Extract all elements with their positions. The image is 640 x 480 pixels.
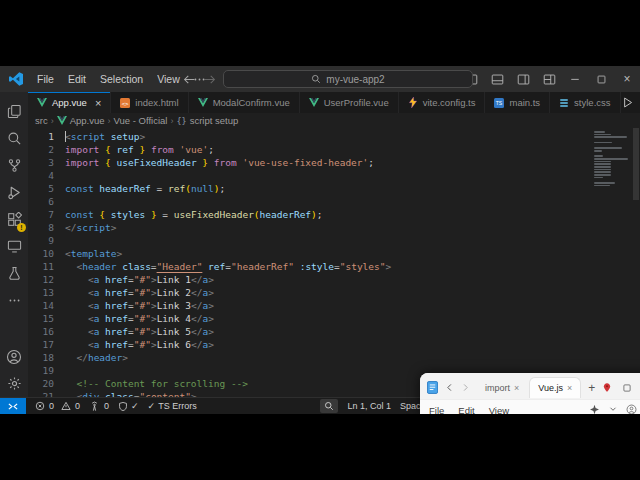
code-line[interactable]: 5const headerRef = ref(null); xyxy=(28,182,640,195)
chevron-down-icon[interactable] xyxy=(609,405,617,413)
code-token: "#" xyxy=(134,313,151,324)
pip-tab-import[interactable]: import× xyxy=(477,378,527,398)
editor-actions xyxy=(621,92,640,113)
code-line[interactable]: 1<script setup> xyxy=(28,130,640,143)
activity-remote-explorer[interactable] xyxy=(0,233,28,260)
code-line[interactable]: 8</script> xyxy=(28,221,640,234)
breadcrumb-item[interactable]: Vue - Official xyxy=(114,115,168,126)
forward-arrow-icon[interactable] xyxy=(203,73,216,86)
code-token: > xyxy=(122,352,128,363)
breadcrumb-item[interactable]: {}script setup xyxy=(176,115,238,126)
back-arrow-icon[interactable] xyxy=(183,73,196,86)
breadcrumb-item[interactable]: src xyxy=(35,115,48,126)
close-icon[interactable]: × xyxy=(614,66,640,92)
code-line[interactable]: 6 xyxy=(28,195,640,208)
layout-panel-icon[interactable] xyxy=(484,66,510,92)
code-line[interactable]: 3import { useFixedHeader } from 'vue-use… xyxy=(28,156,640,169)
code-token: ref xyxy=(117,144,134,155)
code-line[interactable]: 18 </header> xyxy=(28,351,640,364)
code-line[interactable]: 13 <a href="#">Link 2</a> xyxy=(28,286,640,299)
breadcrumb-item[interactable]: App.vue xyxy=(57,115,105,126)
sparkle-icon[interactable] xyxy=(589,404,600,415)
run-button[interactable] xyxy=(621,96,634,109)
code-token: href xyxy=(105,287,128,298)
code-line[interactable]: 7const { styles } = useFixedHeader(heade… xyxy=(28,208,640,221)
scrollbar-thumb[interactable] xyxy=(633,128,639,200)
pip-tab-vue.js[interactable]: Vue.js× xyxy=(529,377,581,398)
radio-tower-icon xyxy=(89,401,100,412)
code-editor[interactable]: 1<script setup>2import { ref } from 'vue… xyxy=(28,128,640,397)
code-text: <template> xyxy=(65,247,122,260)
code-line[interactable]: 17 <a href="#">Link 6</a> xyxy=(28,338,640,351)
maximize-icon[interactable] xyxy=(588,66,614,92)
activity-accounts[interactable] xyxy=(0,343,28,370)
tab-label: ModalConfirm.vue xyxy=(213,97,290,108)
tab-label: App.vue xyxy=(52,97,87,108)
breadcrumb-label: src xyxy=(35,115,48,126)
close-icon[interactable]: × xyxy=(567,383,572,393)
code-line[interactable]: 16 <a href="#">Link 5</a> xyxy=(28,325,640,338)
cursor-position[interactable]: Ln 1, Col 1 xyxy=(347,401,391,411)
tab-index.html[interactable]: <>index.html xyxy=(111,92,188,113)
menu-view[interactable]: View xyxy=(150,73,187,85)
red-pin-icon xyxy=(602,382,612,393)
activity-source-control[interactable] xyxy=(0,152,28,179)
maximize-icon[interactable] xyxy=(622,383,632,393)
menu-selection[interactable]: Selection xyxy=(93,73,150,85)
code-line[interactable]: 10<template> xyxy=(28,247,640,260)
new-tab-button[interactable]: + xyxy=(588,382,595,394)
tab-label: vite.config.ts xyxy=(423,97,476,108)
activity-settings[interactable] xyxy=(0,370,28,397)
ts-errors-status[interactable]: ✓ TS Errors xyxy=(148,401,197,411)
pip-menu-view[interactable]: View xyxy=(489,405,509,414)
chevron-right-icon[interactable] xyxy=(461,383,470,392)
tab-app.vue[interactable]: App.vue× xyxy=(28,92,111,113)
code-token: header xyxy=(88,352,122,363)
vue-language-status[interactable]: ✓ xyxy=(118,401,139,412)
code-line[interactable]: 11 <header class="Header" ref="headerRef… xyxy=(28,260,640,273)
code-line[interactable]: 15 <a href="#">Link 4</a> xyxy=(28,312,640,325)
search-toggle[interactable] xyxy=(320,399,338,413)
code-token: Link 5 xyxy=(157,326,191,337)
minimize-icon[interactable] xyxy=(562,66,588,92)
pip-menu-file[interactable]: File xyxy=(429,405,444,414)
ports-status[interactable]: 0 xyxy=(89,401,109,412)
breadcrumb[interactable]: src›App.vue›Vue - Official›{}script setu… xyxy=(28,113,640,128)
activity-search[interactable] xyxy=(0,125,28,152)
layout-customize-icon[interactable] xyxy=(536,66,562,92)
tab-modalconfirm.vue[interactable]: ModalConfirm.vue xyxy=(189,92,300,113)
minimap[interactable] xyxy=(594,131,630,187)
command-center-search[interactable]: my-vue-app2 xyxy=(223,70,473,88)
code-token: </ xyxy=(191,287,202,298)
activity-extensions[interactable]: ! xyxy=(0,206,28,233)
menu-file[interactable]: File xyxy=(30,73,61,85)
title-bar: FileEditSelectionView my-vue-app2 × xyxy=(0,66,640,92)
line-number: 18 xyxy=(28,351,65,364)
code-line[interactable]: 9 xyxy=(28,234,640,247)
tab-label: main.ts xyxy=(509,97,540,108)
activity-testing[interactable] xyxy=(0,260,28,287)
chevron-left-icon[interactable] xyxy=(445,383,454,392)
tab-style.css[interactable]: style.css xyxy=(550,92,620,113)
close-icon[interactable]: × xyxy=(95,97,101,109)
code-line[interactable]: 14 <a href="#">Link 3</a> xyxy=(28,299,640,312)
code-line[interactable]: 2import { ref } from 'vue'; xyxy=(28,143,640,156)
code-token: from xyxy=(151,144,174,155)
close-icon[interactable]: × xyxy=(514,383,519,393)
code-line[interactable]: 4 xyxy=(28,169,640,182)
pip-menu-edit[interactable]: Edit xyxy=(458,405,474,414)
layout-sidebar-right-icon[interactable] xyxy=(510,66,536,92)
activity-run-and-debug[interactable] xyxy=(0,179,28,206)
tab-userprofile.vue[interactable]: UserProfile.vue xyxy=(300,92,399,113)
problems-status[interactable]: 0 0 xyxy=(35,401,80,411)
account-icon[interactable] xyxy=(626,404,637,415)
activity-more[interactable] xyxy=(0,287,28,314)
activity-explorer[interactable] xyxy=(0,98,28,125)
tab-vite.config.ts[interactable]: vite.config.ts xyxy=(399,92,486,113)
code-line[interactable]: 12 <a href="#">Link 1</a> xyxy=(28,273,640,286)
tab-main.ts[interactable]: TSmain.ts xyxy=(485,92,550,113)
remote-indicator[interactable] xyxy=(0,398,26,414)
menu-edit[interactable]: Edit xyxy=(61,73,93,85)
pip-window[interactable]: import×Vue.js× + × FileEditView xyxy=(420,373,640,414)
line-number: 17 xyxy=(28,338,65,351)
